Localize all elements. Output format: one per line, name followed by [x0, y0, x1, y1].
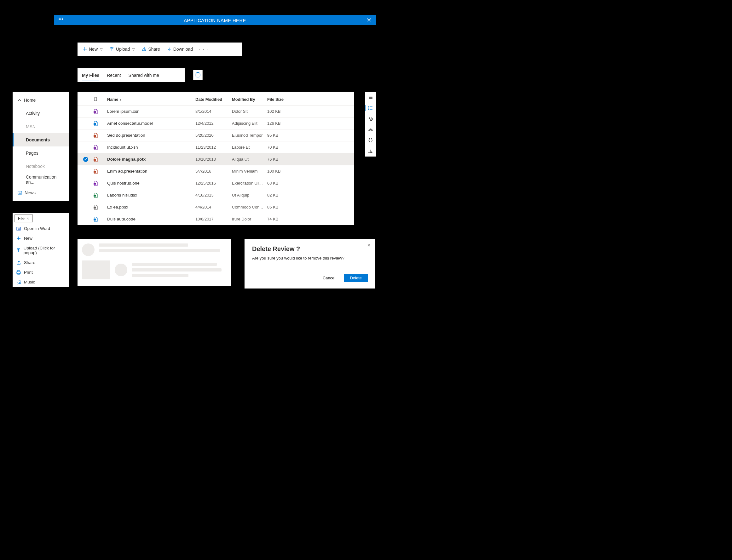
- app-title: APPLICATION NAME HERE: [184, 18, 246, 23]
- svg-rect-26: [18, 273, 20, 274]
- svg-point-21: [372, 119, 373, 120]
- command-bar: New ▽ Upload ▽ Share Download · · ·: [77, 43, 242, 56]
- more-actions-button[interactable]: · · ·: [197, 47, 210, 52]
- file-name: Quis nostrud.one: [107, 181, 195, 186]
- file-row[interactable]: Duis aute.code 10/6/2017 Irure Dolor 74 …: [77, 213, 354, 225]
- file-date: 5/20/2020: [195, 133, 232, 138]
- file-name: Duis aute.code: [107, 217, 195, 221]
- tab-bar: My Files Recent Shared with me: [77, 68, 185, 82]
- tab-my-files[interactable]: My Files: [82, 70, 99, 81]
- menu-upload[interactable]: Upload (Click for popup): [13, 243, 69, 258]
- upload-label: Upload: [116, 47, 130, 52]
- file-modified-by: Dolor Sit: [232, 109, 267, 114]
- file-name: Laboris nisi.xlsx: [107, 193, 195, 197]
- chevron-down-icon: ▽: [27, 217, 29, 220]
- rainbow-icon[interactable]: [368, 127, 373, 132]
- file-size: 70 KB: [267, 145, 305, 150]
- file-row[interactable]: Laboris nisi.xlsx 4/16/2013 Ut Aliquip 8…: [77, 189, 354, 201]
- file-date: 4/4/2014: [195, 205, 232, 209]
- stethoscope-icon[interactable]: [368, 116, 373, 121]
- svg-rect-8: [94, 111, 96, 113]
- col-modified-by[interactable]: Modified By: [232, 97, 267, 102]
- plus-icon: [16, 236, 21, 241]
- share-button[interactable]: Share: [139, 45, 162, 54]
- menu-print[interactable]: Print: [13, 267, 69, 277]
- file-name: Enim ad.presentation: [107, 169, 195, 174]
- file-type-icon: [93, 121, 98, 126]
- file-name: Lorem ipsum.xsn: [107, 109, 195, 114]
- loading-spinner: [193, 70, 203, 80]
- braces-icon[interactable]: [368, 138, 373, 143]
- col-date-modified[interactable]: Date Modified: [195, 97, 232, 102]
- file-modified-by: Adipiscing Elit: [232, 121, 267, 126]
- file-size: 102 KB: [267, 109, 305, 114]
- download-button[interactable]: Download: [164, 45, 195, 54]
- file-name: Amet consectetur.model: [107, 121, 195, 126]
- bar-chart-icon[interactable]: [368, 148, 373, 153]
- tab-recent[interactable]: Recent: [107, 70, 121, 81]
- file-type-icon: [93, 217, 98, 222]
- skeleton-avatar: [115, 264, 127, 276]
- tab-shared[interactable]: Shared with me: [129, 70, 159, 81]
- menu-open-in-word[interactable]: W Open in Word: [13, 224, 69, 233]
- col-icon: [93, 97, 107, 102]
- file-row[interactable]: Quis nostrud.one 12/25/2016 Exercitation…: [77, 177, 354, 189]
- nav-documents[interactable]: Documents: [13, 133, 69, 146]
- file-modified-by: Aliqua Ut: [232, 157, 267, 162]
- word-icon: W: [16, 226, 21, 231]
- nav-news-label: News: [25, 190, 36, 195]
- file-date: 11/23/2012: [195, 145, 232, 150]
- delete-button[interactable]: Delete: [344, 274, 368, 282]
- hamburger-icon[interactable]: [368, 95, 373, 100]
- nav-news[interactable]: News: [13, 186, 69, 199]
- file-size: 86 KB: [267, 205, 305, 209]
- col-file-size[interactable]: File Size: [267, 97, 305, 102]
- row-check-icon[interactable]: [83, 157, 88, 162]
- file-table: Name↑ Date Modified Modified By File Siz…: [77, 92, 354, 225]
- file-row[interactable]: Dolore magna.potx 10/10/2013 Aliqua Ut 7…: [77, 153, 354, 165]
- waffle-icon[interactable]: [58, 17, 63, 23]
- svg-rect-12: [94, 159, 96, 161]
- nav-home[interactable]: Home: [13, 94, 69, 107]
- menu-new[interactable]: New: [13, 233, 69, 243]
- dialog-close-icon[interactable]: ✕: [367, 243, 371, 248]
- nav-notebook[interactable]: Notebook: [13, 160, 69, 173]
- file-row[interactable]: Enim ad.presentation 5/7/2016 Minim Veni…: [77, 165, 354, 177]
- svg-point-27: [17, 283, 18, 284]
- nav-msn[interactable]: MSN: [13, 120, 69, 133]
- menu-share[interactable]: Share: [13, 258, 69, 267]
- dialog-actions: Cancel Delete: [252, 274, 368, 282]
- file-row[interactable]: Lorem ipsum.xsn 8/1/2014 Dolor Sit 102 K…: [77, 106, 354, 117]
- file-menu-button[interactable]: File ▽: [14, 214, 33, 222]
- svg-rect-10: [94, 135, 96, 137]
- svg-text:W: W: [18, 227, 20, 230]
- file-row[interactable]: Ex ea.ppsx 4/4/2014 Commodo Con... 86 KB: [77, 201, 354, 213]
- nav-communication[interactable]: Communication an...: [13, 173, 69, 186]
- file-row[interactable]: Amet consectetur.model 12/4/2012 Adipisc…: [77, 117, 354, 129]
- menu-music[interactable]: Music: [13, 277, 69, 287]
- file-type-icon: [93, 169, 98, 174]
- svg-point-2: [62, 18, 63, 19]
- svg-point-19: [369, 108, 369, 108]
- cancel-button[interactable]: Cancel: [317, 274, 341, 282]
- nav-pages[interactable]: Pages: [13, 146, 69, 160]
- list-icon[interactable]: [368, 106, 373, 111]
- file-row[interactable]: Sed do.presentation 5/20/2020 Eiusmod Te…: [77, 129, 354, 141]
- settings-gear-icon[interactable]: [367, 17, 372, 23]
- file-modified-by: Exercitation Ull...: [232, 181, 267, 186]
- new-button[interactable]: New ▽: [80, 45, 105, 54]
- file-type-icon: [93, 109, 98, 114]
- file-size: 126 KB: [267, 121, 305, 126]
- col-name[interactable]: Name↑: [107, 97, 195, 102]
- chevron-up-icon: [18, 98, 21, 102]
- delete-dialog: ✕ Delete Review ? Are you sure you would…: [244, 239, 375, 289]
- file-type-icon: [93, 133, 98, 138]
- file-size: 100 KB: [267, 169, 305, 174]
- new-label: New: [89, 47, 98, 52]
- file-modified-by: Minim Veniam: [232, 169, 267, 174]
- file-date: 12/25/2016: [195, 181, 232, 186]
- file-row[interactable]: Incididunt ut.xsn 11/23/2012 Labore Et 7…: [77, 141, 354, 153]
- nav-activity[interactable]: Activity: [13, 107, 69, 120]
- svg-point-3: [59, 19, 60, 20]
- upload-button[interactable]: Upload ▽: [107, 45, 137, 54]
